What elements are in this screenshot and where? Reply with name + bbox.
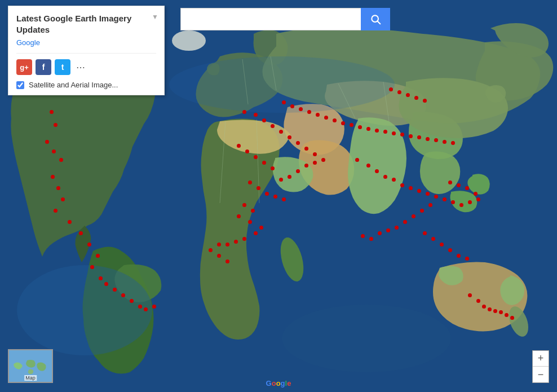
location-dot[interactable]	[313, 161, 317, 165]
location-dot[interactable]	[400, 183, 404, 187]
location-dot[interactable]	[434, 195, 438, 199]
location-dot[interactable]	[237, 214, 241, 218]
facebook-button[interactable]: f	[36, 59, 51, 75]
location-dot[interactable]	[417, 189, 421, 193]
location-dot[interactable]	[406, 93, 410, 97]
location-dot[interactable]	[409, 134, 413, 138]
location-dot[interactable]	[488, 307, 492, 311]
location-dot[interactable]	[296, 141, 300, 145]
location-dot[interactable]	[242, 203, 246, 207]
location-dot[interactable]	[341, 121, 345, 125]
location-dot[interactable]	[482, 305, 486, 309]
location-dot[interactable]	[378, 231, 382, 235]
location-dot[interactable]	[468, 293, 472, 297]
location-dot[interactable]	[279, 178, 283, 182]
google-link[interactable]: Google	[16, 38, 40, 47]
location-dot[interactable]	[324, 116, 328, 120]
location-dot[interactable]	[226, 259, 229, 263]
location-dot[interactable]	[152, 305, 156, 309]
location-dot[interactable]	[313, 152, 317, 156]
location-dot[interactable]	[251, 209, 255, 213]
location-dot[interactable]	[358, 125, 362, 129]
location-dot[interactable]	[113, 288, 117, 292]
location-dot[interactable]	[282, 197, 286, 201]
location-dot[interactable]	[54, 123, 58, 127]
location-dot[interactable]	[440, 243, 444, 246]
location-dot[interactable]	[375, 129, 379, 133]
location-dot[interactable]	[273, 195, 277, 199]
location-dot[interactable]	[271, 124, 275, 128]
location-dot[interactable]	[457, 183, 461, 187]
location-dot[interactable]	[296, 169, 300, 173]
location-dot[interactable]	[245, 149, 249, 153]
location-dot[interactable]	[409, 186, 413, 190]
location-dot[interactable]	[50, 110, 54, 114]
location-dot[interactable]	[257, 186, 260, 190]
location-dot[interactable]	[499, 310, 503, 314]
location-dot[interactable]	[366, 164, 370, 168]
location-dot[interactable]	[217, 254, 221, 258]
location-dot[interactable]	[510, 316, 514, 320]
location-dot[interactable]	[333, 118, 337, 122]
layer-checkbox[interactable]	[16, 81, 24, 89]
location-dot[interactable]	[465, 186, 469, 190]
location-dot[interactable]	[279, 130, 283, 134]
location-dot[interactable]	[350, 123, 353, 127]
location-dot[interactable]	[288, 175, 291, 179]
location-dot[interactable]	[451, 141, 455, 145]
location-dot[interactable]	[104, 282, 108, 286]
location-dot[interactable]	[217, 243, 221, 246]
location-dot[interactable]	[138, 305, 142, 309]
location-dot[interactable]	[56, 186, 60, 190]
dropdown-arrow[interactable]: ▼	[152, 13, 158, 21]
location-dot[interactable]	[397, 90, 401, 94]
location-dot[interactable]	[290, 104, 294, 108]
location-dot[interactable]	[443, 140, 447, 144]
location-dot[interactable]	[248, 180, 252, 184]
location-dot[interactable]	[361, 234, 365, 238]
location-dot[interactable]	[144, 307, 148, 311]
location-dot[interactable]	[443, 197, 447, 201]
location-dot[interactable]	[282, 100, 286, 104]
location-dot[interactable]	[226, 243, 229, 246]
location-dot[interactable]	[412, 214, 415, 218]
location-dot[interactable]	[428, 203, 432, 207]
location-dot[interactable]	[130, 299, 134, 303]
location-dot[interactable]	[434, 138, 438, 142]
location-dot[interactable]	[265, 192, 269, 196]
location-dot[interactable]	[262, 118, 266, 122]
location-dot[interactable]	[493, 309, 497, 313]
search-button[interactable]	[361, 8, 390, 30]
location-dot[interactable]	[79, 231, 83, 235]
location-dot[interactable]	[68, 220, 72, 224]
location-dot[interactable]	[242, 237, 246, 241]
location-dot[interactable]	[90, 265, 94, 269]
location-dot[interactable]	[423, 231, 427, 235]
location-dot[interactable]	[288, 135, 291, 139]
location-dot[interactable]	[465, 257, 469, 261]
location-dot[interactable]	[271, 166, 275, 170]
location-dot[interactable]	[299, 107, 303, 111]
location-dot[interactable]	[476, 197, 480, 201]
location-dot[interactable]	[304, 164, 308, 168]
gplus-button[interactable]: g+	[16, 59, 32, 75]
location-dot[interactable]	[45, 140, 49, 144]
location-dot[interactable]	[209, 248, 213, 252]
location-dot[interactable]	[52, 149, 56, 153]
location-dot[interactable]	[459, 203, 463, 207]
location-dot[interactable]	[307, 110, 311, 114]
location-dot[interactable]	[259, 226, 263, 230]
location-dot[interactable]	[468, 200, 472, 204]
location-dot[interactable]	[99, 276, 103, 280]
location-dot[interactable]	[505, 313, 509, 317]
zoom-out-button[interactable]: −	[533, 367, 549, 382]
location-dot[interactable]	[96, 254, 100, 258]
location-dot[interactable]	[417, 135, 421, 139]
location-dot[interactable]	[448, 248, 452, 252]
location-dot[interactable]	[304, 147, 308, 151]
location-dot[interactable]	[369, 237, 373, 241]
location-dot[interactable]	[254, 113, 258, 117]
location-dot[interactable]	[54, 209, 58, 213]
location-dot[interactable]	[366, 127, 370, 131]
zoom-in-button[interactable]: +	[533, 351, 549, 367]
